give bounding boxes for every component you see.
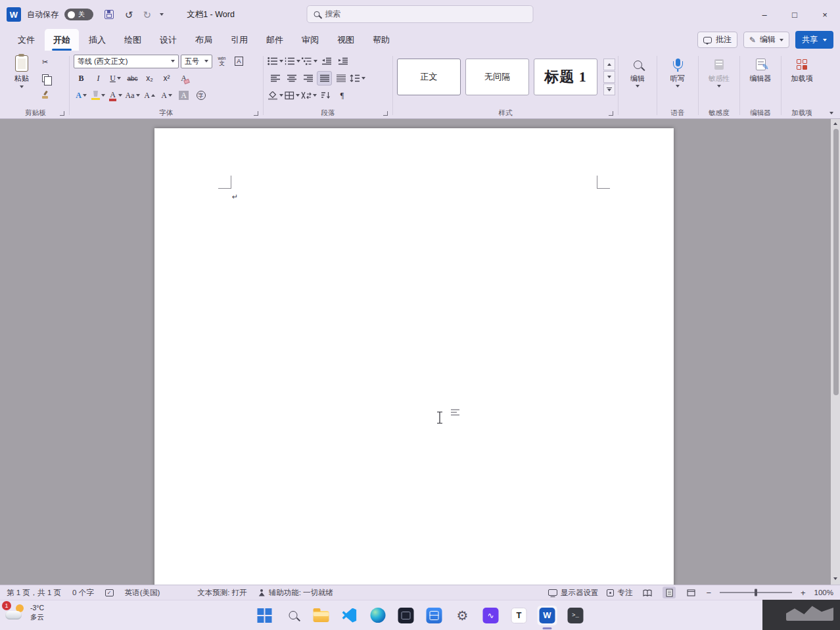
tab-review[interactable]: 审阅 — [293, 29, 327, 51]
editing-mode-button[interactable]: ✎ 编辑 — [743, 32, 789, 48]
multilevel-list-button[interactable] — [302, 54, 317, 68]
vscode-button[interactable] — [340, 606, 360, 625]
asian-layout-button[interactable] — [301, 88, 317, 103]
styles-dialog-launcher[interactable] — [609, 111, 613, 116]
show-hide-marks-button[interactable]: ¶ — [335, 88, 350, 103]
change-case-button[interactable]: Aa — [125, 88, 140, 103]
styles-more-button[interactable] — [603, 84, 615, 95]
search-box[interactable]: 搜索 — [307, 5, 534, 23]
document-canvas[interactable]: ↵ — [0, 119, 840, 585]
text-effects-button[interactable]: A — [74, 88, 89, 103]
tab-references[interactable]: 引用 — [222, 29, 256, 51]
font-dialog-launcher[interactable] — [254, 111, 258, 116]
dictate-button[interactable]: 听写 — [661, 53, 694, 87]
paragraph-dialog-launcher[interactable] — [383, 111, 388, 116]
app-t-tile-button[interactable]: T — [509, 606, 529, 625]
shrink-font-button[interactable]: A — [159, 88, 174, 103]
scroll-down-arrow[interactable] — [831, 574, 840, 583]
phonetic-guide-button[interactable]: wén 文 — [214, 54, 229, 68]
collapse-ribbon-button[interactable] — [829, 112, 833, 114]
read-mode-button[interactable] — [641, 587, 654, 598]
save-icon[interactable] — [105, 10, 114, 19]
display-settings-button[interactable]: 显示器设置 — [548, 588, 599, 598]
font-color-button[interactable]: A — [108, 88, 123, 103]
tab-view[interactable]: 视图 — [329, 29, 363, 51]
addins-button[interactable]: 加载项 — [785, 53, 818, 83]
tab-design[interactable]: 设计 — [151, 29, 185, 51]
document-page[interactable]: ↵ — [154, 128, 674, 585]
autosave-toggle[interactable]: 关 — [64, 9, 93, 20]
tab-home[interactable]: 开始 — [45, 29, 79, 51]
styles-scroll-up-button[interactable] — [603, 59, 615, 70]
start-button[interactable] — [255, 606, 275, 625]
app-blue-tile-button[interactable] — [425, 606, 444, 625]
app-dark-tile-button[interactable] — [396, 606, 416, 625]
editor-button[interactable]: 编辑器 — [744, 53, 777, 83]
zoom-level[interactable]: 100% — [814, 589, 833, 596]
print-layout-button[interactable] — [663, 587, 676, 598]
tab-file[interactable]: 文件 — [9, 29, 43, 51]
vertical-scrollbar[interactable] — [831, 119, 840, 585]
weather-widget[interactable]: 1 -3°C 多云 — [5, 604, 44, 621]
quick-access-dropdown-button[interactable] — [160, 13, 164, 16]
edge-button[interactable] — [368, 606, 388, 625]
style-card-normal[interactable]: 正文 — [397, 59, 461, 95]
strikethrough-button[interactable]: abc — [125, 71, 140, 85]
maximize-button[interactable]: □ — [780, 0, 810, 29]
enclose-character-button[interactable]: 字 — [193, 88, 208, 103]
highlight-button[interactable] — [91, 88, 106, 103]
line-spacing-button[interactable] — [350, 71, 365, 85]
close-button[interactable]: × — [810, 0, 840, 29]
font-size-combobox[interactable]: 五号 — [181, 55, 212, 68]
proofing-status[interactable]: ✓ — [105, 589, 114, 596]
zoom-slider-thumb[interactable] — [755, 589, 757, 596]
format-painter-button[interactable] — [37, 87, 53, 102]
terminal-button[interactable]: >_ — [566, 606, 586, 625]
borders-button[interactable] — [285, 88, 300, 103]
style-card-heading1[interactable]: 标题 1 — [534, 59, 597, 95]
sort-button[interactable] — [318, 88, 333, 103]
app-purple-tile-button[interactable]: ∿ — [481, 606, 501, 625]
styles-scroll-down-button[interactable] — [603, 71, 615, 83]
editing-group-button[interactable]: 编辑 — [620, 53, 655, 118]
zoom-out-button[interactable]: − — [706, 589, 711, 597]
web-layout-button[interactable] — [684, 587, 697, 598]
focus-button[interactable]: 专注 — [607, 588, 632, 598]
shading-button[interactable] — [268, 88, 283, 103]
increase-indent-button[interactable] — [335, 54, 350, 68]
align-left-button[interactable] — [268, 71, 283, 85]
cut-button[interactable]: ✂ — [37, 55, 53, 69]
text-prediction-status[interactable]: 文本预测: 打开 — [197, 588, 246, 598]
grow-font-button[interactable]: A — [142, 88, 157, 103]
tab-mailings[interactable]: 邮件 — [258, 29, 292, 51]
italic-button[interactable]: I — [91, 71, 106, 85]
language-status[interactable]: 英语(美国) — [125, 588, 160, 598]
sensitivity-button[interactable]: 敏感性 — [703, 53, 735, 87]
tab-insert[interactable]: 插入 — [80, 29, 114, 51]
subscript-button[interactable]: x₂ — [142, 71, 157, 85]
tab-layout[interactable]: 布局 — [187, 29, 221, 51]
zoom-in-button[interactable]: + — [801, 589, 806, 597]
redo-button[interactable]: ↻ — [143, 10, 152, 20]
underline-button[interactable]: U — [108, 71, 123, 85]
align-center-button[interactable] — [284, 71, 299, 85]
bullets-button[interactable] — [268, 54, 283, 68]
settings-button[interactable]: ⚙ — [453, 606, 473, 625]
paste-button[interactable]: 粘贴 — [6, 53, 37, 88]
file-explorer-button[interactable] — [312, 606, 331, 625]
share-button[interactable]: 共享 — [795, 31, 833, 49]
minimize-button[interactable]: – — [749, 0, 780, 29]
bold-button[interactable]: B — [74, 71, 89, 85]
scrollbar-thumb[interactable] — [833, 129, 839, 395]
numbering-button[interactable] — [285, 54, 300, 68]
zoom-slider[interactable] — [720, 592, 792, 593]
copy-button[interactable] — [37, 71, 53, 85]
taskbar-search-button[interactable] — [283, 606, 303, 625]
style-card-no-spacing[interactable]: 无间隔 — [465, 59, 529, 95]
clipboard-dialog-launcher[interactable] — [60, 111, 64, 116]
comments-button[interactable]: 批注 — [697, 32, 737, 48]
distributed-button[interactable] — [333, 71, 348, 85]
clear-formatting-button[interactable]: A — [176, 71, 191, 85]
character-border-button[interactable]: A — [231, 54, 246, 68]
scroll-up-arrow[interactable] — [831, 119, 840, 128]
